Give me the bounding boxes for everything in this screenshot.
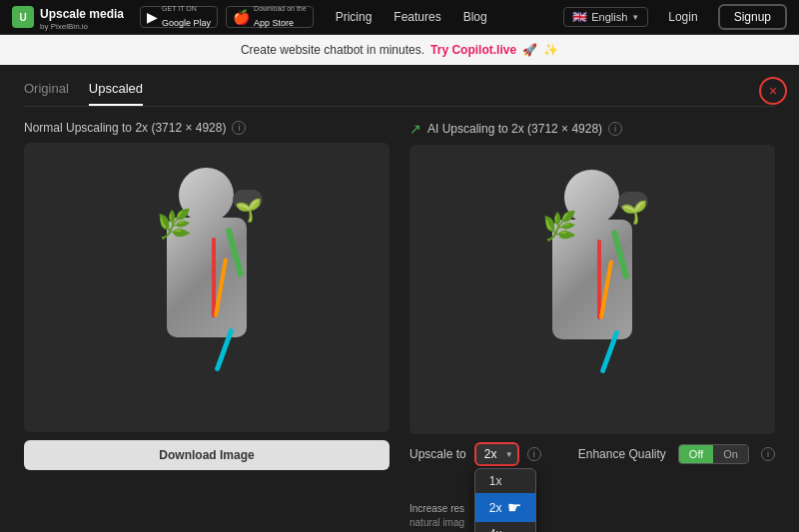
plant-left-r-icon: 🌿 xyxy=(542,210,577,243)
chevron-down-icon: ▼ xyxy=(631,13,639,22)
cursor-icon: ☛ xyxy=(507,498,521,517)
enhance-toggle: Off On xyxy=(678,444,749,464)
right-panel: ↗ AI Upscaling to 2x (3712 × 4928) i 🌿 🌱 xyxy=(409,121,775,532)
enhance-label: Enhance Quality xyxy=(578,447,666,461)
google-play-badge[interactable]: ▶ GET IT ON Google Play xyxy=(140,6,218,28)
promo-bar: Create website chatbot in minutes. Try C… xyxy=(0,35,799,65)
language-selector[interactable]: 🇬🇧 English ▼ xyxy=(563,7,648,27)
dropdown-item-4x[interactable]: 4x xyxy=(475,522,536,532)
google-play-text: GET IT ON Google Play xyxy=(162,5,211,30)
upscale-row: Upscale to 1x 2x 4x ▼ xyxy=(409,442,558,466)
promo-emoji1: 🚀 xyxy=(522,43,537,57)
tab-upscaled[interactable]: Upscaled xyxy=(89,81,143,106)
navbar: U Upscale media by PixelBin.io ▶ GET IT … xyxy=(0,0,799,35)
upscale-label: Upscale to xyxy=(409,447,466,461)
app-store-text: Download on the App Store xyxy=(254,5,307,30)
right-info-icon[interactable]: i xyxy=(608,122,622,136)
upscale-select-wrapper: 1x 2x 4x ▼ xyxy=(474,442,519,466)
tab-original[interactable]: Original xyxy=(24,81,69,106)
plant-right-icon: 🌱 xyxy=(235,198,262,224)
upscale-select[interactable]: 1x 2x 4x xyxy=(474,442,519,466)
nav-blog[interactable]: Blog xyxy=(453,6,497,28)
main-content: × Original Upscaled Normal Upscaling to … xyxy=(0,65,799,532)
app-store-badge[interactable]: 🍎 Download on the App Store xyxy=(226,6,314,28)
logo-icon: U xyxy=(12,6,34,28)
upscale-info-icon[interactable]: i xyxy=(527,447,541,461)
toggle-on-button[interactable]: On xyxy=(713,445,748,463)
right-panel-header: ↗ AI Upscaling to 2x (3712 × 4928) i xyxy=(409,121,775,137)
upscale-dropdown-container: 1x 2x 4x ▼ 1x 2 xyxy=(474,442,519,466)
right-panel-bottom: Upscale to 1x 2x 4x ▼ xyxy=(409,442,775,532)
upscale-dropdown-menu: 1x 2x ☛ 4x xyxy=(474,468,537,532)
right-panel-title: AI Upscaling to 2x (3712 × 4928) xyxy=(427,122,602,136)
left-panel-title: Normal Upscaling to 2x (3712 × 4928) xyxy=(24,121,226,135)
robot-figure-right: 🌿 🌱 xyxy=(522,160,662,419)
flag-icon: 🇬🇧 xyxy=(572,10,587,24)
close-button[interactable]: × xyxy=(759,77,787,105)
left-panel-header: Normal Upscaling to 2x (3712 × 4928) i xyxy=(24,121,390,135)
enhance-info-icon[interactable]: i xyxy=(761,447,775,461)
toggle-off-button[interactable]: Off xyxy=(679,445,713,463)
controls-row: Upscale to 1x 2x 4x ▼ xyxy=(409,442,775,532)
app-store-icon: 🍎 xyxy=(233,9,250,25)
plant-right-r-icon: 🌱 xyxy=(620,200,647,226)
download-button[interactable]: Download Image xyxy=(24,440,390,470)
left-controls: Upscale to 1x 2x 4x ▼ xyxy=(409,442,558,532)
right-image: 🌿 🌱 xyxy=(409,145,775,434)
promo-link[interactable]: Try Copilot.live xyxy=(430,43,516,57)
left-panel: Normal Upscaling to 2x (3712 × 4928) i 🌿… xyxy=(24,121,390,532)
language-label: English xyxy=(591,11,627,23)
robot-figure-left: 🌿 🌱 xyxy=(137,158,277,417)
ai-upscale-icon: ↗ xyxy=(409,121,421,137)
tabs: Original Upscaled xyxy=(24,81,775,107)
google-play-icon: ▶ xyxy=(147,9,158,25)
plant-left-icon: 🌿 xyxy=(157,208,192,241)
image-panels: Normal Upscaling to 2x (3712 × 4928) i 🌿… xyxy=(24,121,775,532)
logo[interactable]: U Upscale media by PixelBin.io xyxy=(12,4,124,31)
dropdown-item-1x[interactable]: 1x xyxy=(475,469,536,493)
nav-features[interactable]: Features xyxy=(384,6,450,28)
login-button[interactable]: Login xyxy=(656,6,709,28)
nav-pricing[interactable]: Pricing xyxy=(326,6,383,28)
logo-text: Upscale media by PixelBin.io xyxy=(40,4,124,31)
signup-button[interactable]: Signup xyxy=(718,4,787,30)
nav-links: Pricing Features Blog xyxy=(326,6,556,28)
promo-text: Create website chatbot in minutes. xyxy=(241,43,424,57)
right-controls: Enhance Quality Off On i xyxy=(578,442,775,464)
left-info-icon[interactable]: i xyxy=(232,121,246,135)
dropdown-item-2x[interactable]: 2x ☛ xyxy=(475,493,536,522)
promo-emoji2: ✨ xyxy=(543,43,558,57)
left-image: 🌿 🌱 xyxy=(24,143,390,432)
